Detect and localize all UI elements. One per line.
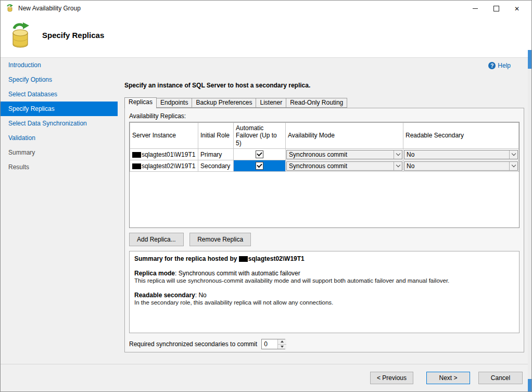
readable-secondary-select[interactable]: No [404,161,518,171]
tab-backup-preferences[interactable]: Backup Preferences [192,98,256,108]
help-link[interactable]: ? Help [488,62,511,69]
server-instance-value: sqlagtest01\W19T1 [142,151,195,158]
availability-mode-value: Synchronous commit [289,151,347,158]
sidebar-item-validation[interactable]: Validation [1,131,118,145]
tab-strip: Replicas Endpoints Backup Preferences Li… [124,97,347,108]
maximize-button[interactable] [486,1,506,16]
automatic-failover-checkbox[interactable] [256,150,263,158]
spinner-down-icon[interactable] [278,345,286,349]
spinner-up-icon[interactable] [278,339,286,345]
initial-role-cell: Secondary [198,160,234,172]
window-title: New Availability Group [18,5,81,12]
availability-mode-cell: Synchronous commit [286,149,403,160]
redaction [132,163,141,169]
previous-button[interactable]: < Previous [370,372,413,384]
chevron-down-icon[interactable] [509,150,517,159]
sidebar-item-introduction[interactable]: Introduction [1,58,118,72]
help-icon: ? [488,62,496,69]
chevron-down-icon[interactable] [509,162,517,170]
close-button[interactable] [506,1,527,16]
replica-buttons: Add Replica... Remove Replica [129,233,520,246]
background-window-accent [528,50,531,69]
add-replica-button[interactable]: Add Replica... [129,233,184,246]
wizard-steps-sidebar: Introduction Specify Options Select Data… [1,58,118,391]
sidebar-item-specify-replicas[interactable]: Specify Replicas [1,102,118,116]
chevron-down-icon[interactable] [394,150,402,159]
readable-secondary-cell: No [403,160,519,172]
secondaries-spinner[interactable] [261,339,285,349]
background-window-edge [528,50,531,391]
readable-secondary-value: No [407,151,414,158]
app-database-icon [6,4,14,12]
readable-secondary-description: In the secondary role, this availability… [134,299,514,306]
col-initial-role: Initial Role [198,123,234,149]
chevron-down-icon[interactable] [394,162,402,170]
help-label: Help [498,62,511,69]
replicas-grid: Server Instance Initial Role Automatic F… [129,122,520,228]
maximize-icon [493,6,499,11]
col-availability-mode: Availability Mode [286,123,403,149]
background-window-accent [528,379,531,391]
minimize-button[interactable] [465,1,486,16]
cancel-button[interactable]: Cancel [478,372,523,384]
new-availability-group-window: New Availability Group Specify Replicas … [0,0,532,392]
redaction [239,256,248,262]
automatic-failover-cell-selected[interactable] [234,160,286,172]
col-server-instance: Server Instance [130,123,198,149]
close-icon [514,4,520,13]
tab-read-only-routing[interactable]: Read-Only Routing [286,98,347,108]
table-row[interactable]: sqlagtest01\W19T1 Primary Synchronous co… [130,149,519,160]
replicas-tab-panel: Availability Replicas: Server Instance I… [124,108,524,352]
availability-mode-select[interactable]: Synchronous commit [286,150,402,159]
initial-role-cell: Primary [198,149,234,160]
minimize-icon [473,8,478,9]
availability-mode-value: Synchronous commit [289,162,347,170]
automatic-failover-checkbox[interactable] [256,162,263,170]
table-row[interactable]: sqlagtest02\W19T1 Secondary Synchronous … [130,160,519,172]
required-secondaries-label: Required synchronized secondaries to com… [129,340,257,348]
tab-replicas[interactable]: Replicas [124,97,157,108]
wizard-footer: < Previous Next > Cancel [1,364,531,391]
secondaries-input[interactable] [262,339,277,349]
remove-replica-button[interactable]: Remove Replica [189,233,251,246]
sidebar-item-summary: Summary [1,145,118,160]
wizard-header: Specify Replicas [1,16,531,58]
readable-secondary-value: No [407,162,414,170]
redaction [132,152,141,158]
required-secondaries-row: Required synchronized secondaries to com… [129,339,520,349]
replica-mode-description: This replica will use synchronous-commit… [134,277,514,284]
readable-secondary-cell: No [403,149,519,160]
instruction-text: Specify an instance of SQL Server to hos… [124,82,310,89]
sidebar-item-select-databases[interactable]: Select Databases [1,87,118,102]
readable-secondary-line: Readable secondary: No [134,292,514,299]
replica-mode-label: Replica mode [134,270,175,277]
readable-secondary-select[interactable]: No [404,150,518,159]
readable-secondary-value: : No [195,292,207,299]
replica-mode-line: Replica mode: Synchronous commit with au… [134,270,514,277]
server-instance-value: sqlagtest02\W19T1 [142,162,195,170]
replica-summary-box: Summary for the replica hosted by sqlagt… [129,251,520,333]
replica-mode-value: : Synchronous commit with automatic fail… [175,270,300,277]
spinner-buttons [277,339,286,349]
tab-listener[interactable]: Listener [256,98,286,108]
availability-replicas-label: Availability Replicas: [129,112,520,120]
sidebar-item-results: Results [1,160,118,174]
availability-group-icon [8,22,33,50]
summary-title: Summary for the replica hosted by sqlagt… [134,255,514,262]
next-button[interactable]: Next > [426,372,470,384]
sidebar-item-select-data-sync[interactable]: Select Data Synchronization [1,116,118,131]
sidebar-item-specify-options[interactable]: Specify Options [1,72,118,87]
availability-mode-cell: Synchronous commit [286,160,403,172]
title-bar: New Availability Group [1,1,531,16]
server-instance-cell: sqlagtest01\W19T1 [130,149,198,160]
automatic-failover-cell[interactable] [234,149,286,160]
main-content: ? Help Specify an instance of SQL Server… [118,58,531,364]
server-instance-cell: sqlagtest02\W19T1 [130,160,198,172]
availability-mode-select[interactable]: Synchronous commit [286,161,402,171]
grid-header-row: Server Instance Initial Role Automatic F… [130,123,519,149]
col-automatic-failover: Automatic Failover (Up to 5) [234,123,286,149]
page-title: Specify Replicas [42,31,104,40]
tab-endpoints[interactable]: Endpoints [156,98,192,108]
col-readable-secondary: Readable Secondary [403,123,519,149]
readable-secondary-label: Readable secondary [134,292,195,299]
